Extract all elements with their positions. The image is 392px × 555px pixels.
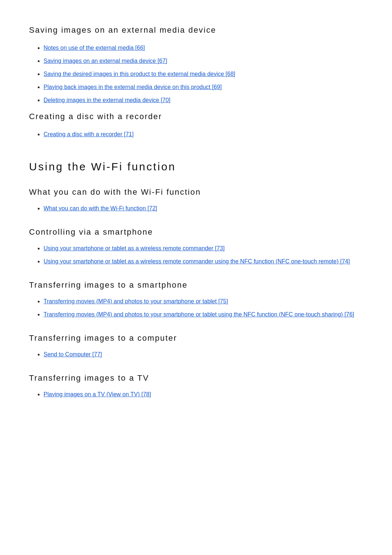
heading-creating-disc: Creating a disc with a recorder (29, 112, 363, 121)
main-wifi-section: Using the Wi-Fi function What you can do… (29, 161, 363, 399)
subsection-smartphone-control: Controlling via a smartphone Using your … (29, 227, 363, 266)
heading-saving-images: Saving images on an external media devic… (29, 25, 363, 35)
list-item: Notes on use of the external media [66] (44, 44, 363, 52)
list-item: Saving the desired images in this produc… (44, 70, 363, 78)
subsection-transfer-tv: Transferring images to a TV Playing imag… (29, 373, 363, 399)
link-68[interactable]: Saving the desired images in this produc… (44, 71, 235, 77)
heading-transfer-computer: Transferring images to a computer (29, 333, 363, 343)
list-creating-disc: Creating a disc with a recorder [71] (29, 130, 363, 139)
list-saving-images: Notes on use of the external media [66] … (29, 44, 363, 105)
link-72[interactable]: What you can do with the Wi-Fi function … (44, 205, 157, 211)
list-item: Using your smartphone or tablet as a wir… (44, 244, 363, 253)
list-item: Creating a disc with a recorder [71] (44, 130, 363, 139)
link-67[interactable]: Saving images on an external media devic… (44, 58, 167, 64)
main-section-title: Using the Wi-Fi function (29, 161, 363, 173)
subsection-transfer-smartphone: Transferring images to a smartphone Tran… (29, 280, 363, 319)
list-item: Send to Computer [77] (44, 350, 363, 359)
link-70[interactable]: Deleting images in the external media de… (44, 97, 171, 103)
list-item: Playing images on a TV (View on TV) [78] (44, 390, 363, 399)
link-74[interactable]: Using your smartphone or tablet as a wir… (44, 258, 350, 264)
link-69[interactable]: Playing back images in the external medi… (44, 84, 222, 90)
list-transfer-smartphone: Transferring movies (MP4) and photos to … (29, 297, 363, 319)
list-smartphone-control: Using your smartphone or tablet as a wir… (29, 244, 363, 266)
link-76[interactable]: Transferring movies (MP4) and photos to … (44, 311, 354, 317)
link-77[interactable]: Send to Computer [77] (44, 351, 102, 357)
list-item: Transferring movies (MP4) and photos to … (44, 297, 363, 306)
heading-transfer-tv: Transferring images to a TV (29, 373, 363, 383)
heading-smartphone-control: Controlling via a smartphone (29, 227, 363, 237)
link-73[interactable]: Using your smartphone or tablet as a wir… (44, 245, 225, 251)
subsection-wifi-function: What you can do with the Wi-Fi function … (29, 187, 363, 213)
list-transfer-tv: Playing images on a TV (View on TV) [78] (29, 390, 363, 399)
subsection-transfer-computer: Transferring images to a computer Send t… (29, 333, 363, 359)
list-item: Saving images on an external media devic… (44, 57, 363, 65)
list-item: Deleting images in the external media de… (44, 96, 363, 105)
section-creating-disc: Creating a disc with a recorder Creating… (29, 112, 363, 139)
link-75[interactable]: Transferring movies (MP4) and photos to … (44, 298, 228, 304)
link-66[interactable]: Notes on use of the external media [66] (44, 45, 145, 51)
heading-transfer-smartphone: Transferring images to a smartphone (29, 280, 363, 290)
list-wifi-function: What you can do with the Wi-Fi function … (29, 204, 363, 213)
heading-wifi-function: What you can do with the Wi-Fi function (29, 187, 363, 197)
list-item: Using your smartphone or tablet as a wir… (44, 257, 363, 266)
list-item: What you can do with the Wi-Fi function … (44, 204, 363, 213)
list-item: Transferring movies (MP4) and photos to … (44, 310, 363, 319)
list-item: Playing back images in the external medi… (44, 83, 363, 92)
link-71[interactable]: Creating a disc with a recorder [71] (44, 131, 134, 137)
section-saving-images: Saving images on an external media devic… (29, 25, 363, 105)
list-transfer-computer: Send to Computer [77] (29, 350, 363, 359)
link-78[interactable]: Playing images on a TV (View on TV) [78] (44, 391, 151, 397)
